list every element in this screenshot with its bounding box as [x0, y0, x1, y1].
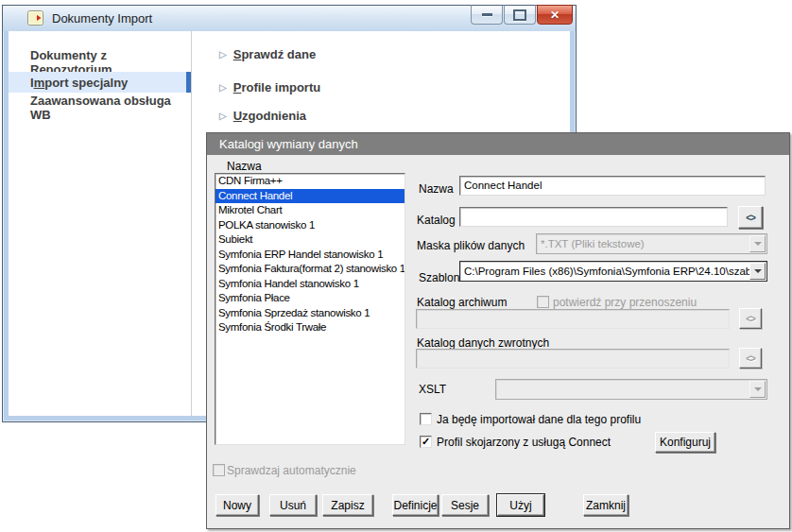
- szablon-dropdown-button[interactable]: [749, 263, 766, 280]
- link-label: Sprawdź dane: [233, 47, 316, 61]
- zapisz-button[interactable]: Zapisz: [322, 494, 373, 516]
- maska-combobox: *.TXT (Pliki tekstowe): [536, 233, 767, 254]
- xslt-label: XSLT: [419, 383, 446, 396]
- nazwa-input[interactable]: Connect Handel: [459, 176, 766, 196]
- maximize-icon: [513, 9, 526, 21]
- auto-check-checkbox: [213, 464, 225, 476]
- szablon-value: C:\Program Files (x86)\Symfonia\Symfonia…: [460, 263, 749, 280]
- katalogi-wymiany-danych-dialog: Katalogi wymiany danych Nazwa CDN Firma+…: [206, 132, 790, 529]
- list-item[interactable]: CDN Firma++: [215, 174, 405, 189]
- browse-icon: <>: [746, 314, 755, 324]
- link-label: Uzgodnienia: [233, 109, 306, 123]
- sidebar-item-label: Import specjalny: [30, 76, 128, 90]
- link-sprawdz-dane[interactable]: ▷ Sprawdź dane: [219, 47, 316, 61]
- szablon-label: Szablon: [419, 271, 459, 284]
- list-item[interactable]: POLKA stanowisko 1: [215, 218, 405, 233]
- katalog-browse-button[interactable]: <>: [738, 206, 763, 229]
- window-titlebar[interactable]: Dokumenty Import ✕: [3, 6, 576, 31]
- list-item[interactable]: Symfonia Handel stanowisko 1: [215, 277, 405, 292]
- list-item[interactable]: Mikrotel Chart: [215, 203, 405, 218]
- arrow-bullet-icon: ▷: [219, 83, 227, 93]
- close-button[interactable]: ✕: [537, 5, 573, 25]
- browse-icon: <>: [746, 353, 755, 364]
- definicje-button[interactable]: Definicje: [392, 494, 439, 516]
- dropdown-arrow-icon: [754, 387, 762, 391]
- link-uzgodnienia[interactable]: ▷ Uzgodnienia: [219, 109, 306, 123]
- import-self-checkbox[interactable]: [420, 413, 432, 425]
- maska-value: *.TXT (Pliki tekstowe): [537, 235, 749, 252]
- usun-button[interactable]: Usuń: [269, 494, 317, 516]
- link-label: Profile importu: [233, 80, 320, 94]
- katalog-input[interactable]: [459, 207, 728, 227]
- nazwa-label: Nazwa: [419, 182, 454, 196]
- minimize-icon: [482, 13, 492, 16]
- list-item[interactable]: Symfonia ERP Handel stanowisko 1: [215, 248, 405, 263]
- window-title: Dokumenty Import: [52, 11, 152, 26]
- minimize-button[interactable]: [471, 5, 503, 25]
- zamknij-button[interactable]: Zamknij: [583, 494, 628, 516]
- sidebar-item-import-specjalny[interactable]: Import specjalny: [9, 72, 191, 93]
- arrow-bullet-icon: ▷: [219, 50, 227, 60]
- link-profile-importu[interactable]: ▷ Profile importu: [219, 80, 320, 94]
- close-icon: ✕: [550, 9, 560, 22]
- maximize-button[interactable]: [504, 5, 536, 25]
- katalog-label: Katalog: [417, 214, 456, 227]
- dialog-title: Katalogi wymiany danych: [219, 137, 358, 151]
- katalog-archiwum-browse-button: <>: [739, 308, 762, 329]
- profiles-listbox[interactable]: CDN Firma++ Connect Handel Mikrotel Char…: [215, 173, 405, 445]
- nowy-button[interactable]: Nowy: [215, 494, 259, 516]
- sidebar-selection-accent: [186, 72, 191, 93]
- maska-label: Maska plików danych: [417, 239, 525, 252]
- dropdown-arrow-icon: [754, 242, 762, 246]
- xslt-combobox: [495, 379, 767, 400]
- katalog-zwrotny-input: [416, 349, 730, 369]
- dialog-titlebar[interactable]: Katalogi wymiany danych: [207, 133, 789, 155]
- sidebar-item-label: Zaawansowana obsługa WB: [30, 94, 191, 122]
- import-document-icon: [27, 10, 43, 26]
- auto-check-checkbox-label: Sprawdzaj automatycznie: [227, 464, 356, 477]
- browse-icon: <>: [746, 213, 755, 223]
- katalog-archiwum-label: Katalog archiwum: [417, 296, 507, 309]
- dropdown-arrow-icon: [754, 269, 762, 273]
- katalog-archiwum-input: [416, 309, 730, 329]
- sesje-button[interactable]: Sesje: [441, 494, 489, 516]
- sidebar-item-dokumenty-z-repozytorium[interactable]: Dokumenty z Repozytorium: [9, 52, 191, 73]
- konfiguruj-button[interactable]: Konfiguruj: [655, 432, 715, 453]
- szablon-combobox[interactable]: C:\Program Files (x86)\Symfonia\Symfonia…: [459, 261, 767, 282]
- checkmark-icon: ✓: [422, 437, 430, 447]
- arrow-bullet-icon: ▷: [219, 112, 227, 121]
- katalog-zwrotny-browse-button: <>: [739, 348, 762, 369]
- list-item[interactable]: Symfonia Sprzedaż stanowisko 1: [215, 306, 405, 321]
- connect-checkbox[interactable]: ✓: [420, 436, 432, 448]
- maska-dropdown-button: [749, 235, 766, 252]
- list-item-selected[interactable]: Connect Handel: [215, 189, 405, 204]
- list-item[interactable]: Symfonia Środki Trwałe: [215, 320, 405, 335]
- uzyj-button[interactable]: Użyj: [497, 494, 544, 516]
- sidebar-item-zaawansowana-obsluga-wb[interactable]: Zaawansowana obsługa WB: [9, 97, 191, 118]
- sidebar-separator: [191, 31, 192, 416]
- connect-checkbox-label: Profil skojarzony z usługą Connect: [437, 436, 611, 449]
- xslt-dropdown-button: [749, 381, 766, 398]
- list-item[interactable]: Symfonia Płace: [215, 291, 405, 306]
- katalog-zwrotny-label: Katalog danych zwrotnych: [417, 336, 549, 350]
- list-label: Nazwa: [227, 160, 262, 173]
- list-item[interactable]: Subiekt: [215, 232, 405, 248]
- import-self-checkbox-label: Ja będę importował dane dla tego profilu: [437, 413, 641, 426]
- potwierdz-checkbox: [537, 296, 549, 308]
- potwierdz-checkbox-label: potwierdź przy przenoszeniu: [553, 296, 697, 309]
- list-item[interactable]: Symfonia Faktura(format 2) stanowisko 1: [215, 262, 405, 277]
